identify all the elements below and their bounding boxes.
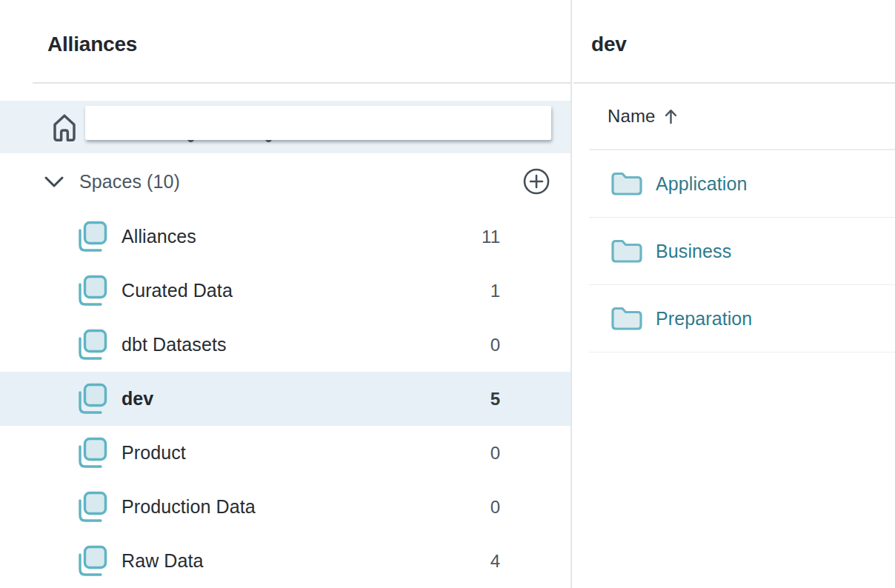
app-window: Alliances Spaces (10) bbox=[0, 0, 895, 588]
chevron-down-icon[interactable] bbox=[43, 174, 65, 190]
home-item[interactable] bbox=[0, 101, 570, 153]
folder-link[interactable]: Application bbox=[656, 173, 747, 195]
name-column-label: Name bbox=[608, 106, 655, 127]
space-item-label: Raw Data bbox=[122, 534, 204, 588]
folder-row-preparation[interactable]: Preparation bbox=[589, 285, 895, 353]
space-item-label: Production Data bbox=[122, 480, 256, 534]
sidebar-item-alliances[interactable]: Alliances 11 bbox=[0, 210, 570, 264]
add-space-button[interactable] bbox=[522, 167, 550, 196]
space-item-label: Product bbox=[122, 426, 186, 480]
space-item-count: 11 bbox=[482, 210, 500, 264]
space-item-label: dbt Datasets bbox=[122, 318, 227, 372]
space-icon bbox=[74, 544, 110, 579]
spaces-list: Alliances 11 Curated Data 1 bbox=[0, 210, 570, 588]
space-item-count: 1 bbox=[490, 264, 500, 318]
space-icon bbox=[74, 381, 110, 417]
page-title: dev bbox=[591, 30, 627, 59]
sort-ascending-arrow-icon bbox=[663, 108, 679, 124]
folder-icon bbox=[610, 304, 644, 333]
space-item-count: 5 bbox=[490, 372, 500, 426]
sidebar-title: Alliances bbox=[47, 30, 137, 59]
redacted-home-label bbox=[85, 106, 551, 140]
dataset-table: Application Business Preparation bbox=[573, 150, 895, 353]
space-item-count: 0 bbox=[490, 480, 500, 534]
space-icon bbox=[74, 219, 110, 255]
sidebar-item-production-data[interactable]: Production Data 0 bbox=[0, 480, 570, 534]
folder-link[interactable]: Preparation bbox=[656, 308, 752, 330]
sidebar-item-dbt-datasets[interactable]: dbt Datasets 0 bbox=[0, 318, 570, 372]
spaces-section-label: Spaces (10) bbox=[79, 153, 180, 210]
folder-icon bbox=[610, 237, 644, 265]
space-item-count: 4 bbox=[490, 534, 500, 588]
space-item-label: Alliances bbox=[122, 210, 196, 264]
folder-row-application[interactable]: Application bbox=[589, 150, 895, 218]
home-icon bbox=[50, 110, 79, 144]
sidebar-item-product[interactable]: Product 0 bbox=[0, 426, 570, 480]
space-item-count: 0 bbox=[490, 318, 500, 372]
space-item-label: dev bbox=[122, 372, 153, 426]
folder-link[interactable]: Business bbox=[656, 241, 731, 262]
sidebar-item-dev[interactable]: dev 5 bbox=[0, 372, 570, 426]
space-item-label: Curated Data bbox=[122, 264, 233, 318]
sidebar-item-curated-data[interactable]: Curated Data 1 bbox=[0, 264, 570, 318]
main-panel: dev Name Application bbox=[573, 0, 895, 588]
space-icon bbox=[74, 435, 110, 471]
space-icon bbox=[74, 273, 110, 309]
sidebar-panel: Alliances Spaces (10) bbox=[0, 0, 572, 588]
column-header-name[interactable]: Name bbox=[608, 84, 895, 149]
sidebar-item-raw-data[interactable]: Raw Data 4 bbox=[0, 534, 570, 588]
sidebar-title-divider bbox=[33, 82, 570, 84]
spaces-section-header: Spaces (10) bbox=[0, 153, 570, 210]
folder-icon bbox=[610, 170, 644, 198]
folder-row-business[interactable]: Business bbox=[589, 218, 895, 285]
space-icon bbox=[74, 327, 110, 363]
space-icon bbox=[74, 490, 110, 525]
space-item-count: 0 bbox=[490, 426, 500, 480]
